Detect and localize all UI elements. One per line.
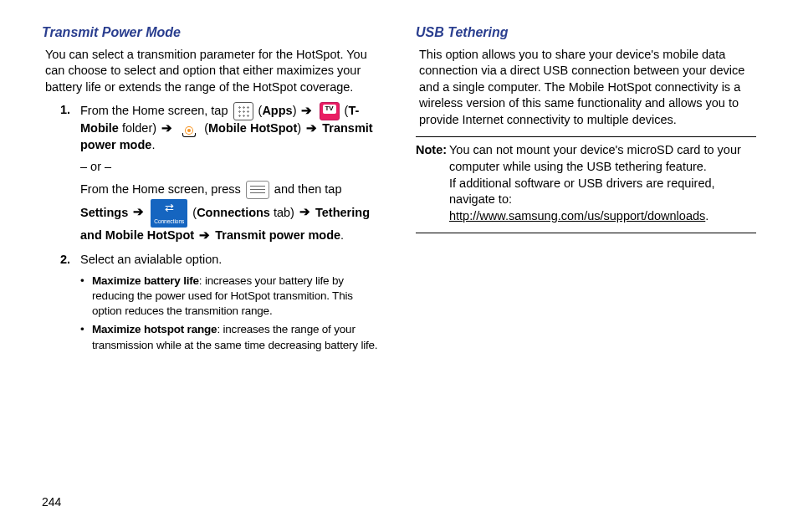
step-body: Select an avialable option. [80, 252, 382, 269]
text: From the Home screen, tap [80, 104, 232, 117]
tmobile-icon [320, 102, 340, 120]
step-body: From the Home screen, tap (Apps) ➔ (T-Mo… [80, 102, 382, 154]
arrow-icon: ➔ [299, 205, 310, 218]
arrow-icon: ➔ [199, 228, 210, 242]
heading-usb-tethering: USB Tethering [416, 23, 756, 42]
note-text: You can not mount your device's microSD … [449, 143, 741, 173]
bullet-text: Maximize hotspot range: increases the ra… [92, 322, 382, 352]
bullet-item: • Maximize battery life: increases your … [80, 274, 382, 320]
note-block: Note: You can not mount your device's mi… [416, 142, 756, 224]
left-column: Transmit Power Mode You can select a tra… [42, 23, 382, 492]
bullet-dot: • [80, 274, 92, 320]
arrow-icon: ➔ [133, 205, 144, 218]
arrow-icon: ➔ [306, 121, 317, 135]
intro-text: You can select a transmition parameter f… [45, 47, 382, 96]
page-number: 244 [42, 495, 61, 509]
divider [416, 136, 756, 137]
text: and then tap [274, 182, 342, 195]
support-link[interactable]: http://www.samsung.com/us/support/downlo… [449, 209, 705, 223]
intro-text: This option allows you to share your dev… [419, 47, 756, 129]
bullet-text: Maximize battery life: increases your ba… [92, 274, 382, 320]
note-text: If additional software or USB drivers ar… [449, 176, 715, 207]
bullet-head: Maximize hotspot range [92, 323, 217, 335]
arrow-icon: ➔ [301, 104, 312, 117]
divider [416, 233, 756, 233]
step-number: 1. [60, 102, 80, 154]
bullet-dot: • [80, 322, 92, 352]
hotspot-label: Mobile HotSpot [208, 121, 297, 135]
step-number: 2. [60, 252, 80, 269]
page-content: Transmit Power Mode You can select a tra… [0, 0, 798, 509]
note-text: . [705, 209, 708, 223]
transmit-label: Transmit power mode [215, 228, 340, 242]
text: From the Home screen, press [80, 182, 244, 195]
bullet-item: • Maximize hotspot range: increases the … [80, 322, 382, 352]
hotspot-icon [179, 120, 199, 137]
bullet-head: Maximize battery life [92, 274, 199, 287]
step-2: 2. Select an avialable option. [60, 252, 382, 269]
arrow-icon: ➔ [161, 121, 172, 135]
note-body: You can not mount your device's microSD … [449, 142, 756, 224]
step-1: 1. From the Home screen, tap (Apps) ➔ (T… [60, 102, 382, 154]
connections-icon [151, 199, 187, 228]
note-label: Note: [416, 142, 449, 224]
or-separator: – or – [80, 159, 382, 176]
menu-icon [246, 181, 269, 199]
text: tab) [270, 205, 298, 218]
heading-transmit-power: Transmit Power Mode [42, 23, 382, 42]
right-column: USB Tethering This option allows you to … [416, 23, 756, 492]
step-1-alt: From the Home screen, press and then tap… [80, 181, 382, 244]
settings-label: Settings [80, 205, 128, 218]
apps-label: Apps [262, 104, 292, 117]
apps-icon [233, 102, 253, 120]
connections-label: Connections [197, 205, 270, 218]
text: folder) [119, 121, 160, 135]
